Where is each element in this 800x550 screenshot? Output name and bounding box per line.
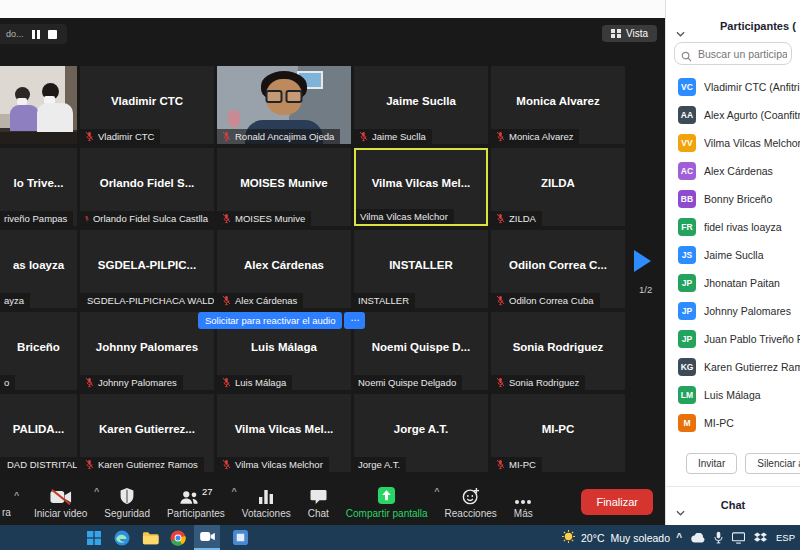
video-tile[interactable]: Karen Gutierrez...Karen Gutierrez Ramos [80, 394, 214, 472]
video-tile[interactable]: Sonia RodriguezSonia Rodriguez [491, 312, 625, 390]
participant-row[interactable]: AAAlex Agurto (Coanfitrión [666, 101, 800, 129]
participant-nameplate: Monica Alvarez [491, 129, 579, 144]
app-icon[interactable] [230, 528, 250, 547]
video-tile[interactable]: Jorge A.T.Jorge A.T. [354, 394, 488, 472]
participant-row[interactable]: VCVladimir CTC (Anfitrión, [666, 73, 800, 101]
pause-recording-icon[interactable] [32, 30, 40, 39]
participant-row[interactable]: JPJuan Pablo Triveño Pam [666, 325, 800, 353]
participant-name-overlay: Johnny Palomares [82, 341, 212, 353]
muted-mic-icon [495, 131, 506, 142]
video-tile[interactable]: Noemi Quispe D...Noemi Quispe Delgado [354, 312, 488, 390]
chevron-up-icon[interactable]: ^ [434, 486, 439, 496]
participant-row[interactable]: LMLuis Málaga [666, 381, 800, 409]
video-tile[interactable]: Vilma Vilcas Mel...Vilma Vilcas Melchor [217, 394, 351, 472]
nameplate-label: Ronald Ancajima Ojeda [235, 131, 334, 142]
toolbar-chat-bubble[interactable]: Chat [308, 486, 329, 519]
display-icon[interactable] [732, 532, 745, 544]
chevron-down-icon[interactable] [676, 23, 685, 41]
participant-name: fidel rivas loayza [704, 221, 782, 233]
participant-name: Jaime Suclla [704, 249, 764, 261]
participant-name-overlay: as loayza [2, 259, 75, 271]
edge-icon[interactable] [112, 528, 132, 547]
video-tile[interactable]: lo Trive...riveño Pampas [0, 148, 77, 226]
audio-button-cutoff[interactable]: ^ ra [2, 507, 11, 518]
onedrive-cloud-icon[interactable] [691, 533, 705, 543]
end-meeting-button[interactable]: Finalizar [581, 489, 653, 515]
participant-nameplate: DAD DISTRITAL... [0, 457, 77, 472]
video-tile[interactable]: Briceñoo [0, 312, 77, 390]
video-tile[interactable]: Jaime SucllaJaime Suclla [354, 66, 488, 144]
toolbar-dots[interactable]: Más [514, 486, 533, 519]
recording-label: do... [6, 29, 24, 39]
chrome-icon[interactable] [168, 528, 188, 547]
toolbar-camera-off[interactable]: Iniciar video^ [34, 486, 87, 519]
video-tile[interactable]: PALIDA...DAD DISTRITAL... [0, 394, 77, 472]
participant-row[interactable]: JSJaime Suclla [666, 241, 800, 269]
video-tile[interactable]: Monica AlvarezMonica Alvarez [491, 66, 625, 144]
nameplate-label: o [4, 377, 9, 388]
file-explorer-icon[interactable] [140, 528, 160, 547]
video-tile[interactable]: INSTALLERINSTALLER [354, 230, 488, 308]
participant-row[interactable]: MMI-PC [666, 409, 800, 437]
weather-widget[interactable]: 20°C Muy soleado [562, 525, 670, 550]
language-indicator[interactable]: ESP [776, 532, 795, 543]
video-tile[interactable]: Johnny PalomaresJohnny Palomares [80, 312, 214, 390]
video-tile[interactable]: Vladimir CTCVladimir CTC [80, 66, 214, 144]
windows-start-icon[interactable] [84, 528, 104, 547]
video-tile[interactable]: Vilma Vilcas Mel...Vilma Vilcas Melchor [354, 148, 488, 226]
participant-row[interactable]: VVVilma Vilcas Melchor [666, 129, 800, 157]
toolbar-people[interactable]: 27Participantes^ [167, 486, 225, 519]
video-tile[interactable]: Odilon Correa C...Odilon Correa Cuba [491, 230, 625, 308]
participant-row[interactable]: FRfidel rivas loayza [666, 213, 800, 241]
video-tile[interactable]: MI-PCMI-PC [491, 394, 625, 472]
chevron-up-icon[interactable]: ^ [232, 486, 237, 496]
participant-nameplate: INSTALLER [354, 293, 415, 308]
video-tile[interactable] [0, 66, 77, 144]
page-indicator: 1/2 [639, 284, 652, 295]
toolbar-bar-chart[interactable]: Votaciones [242, 486, 291, 519]
view-button[interactable]: Vista [602, 25, 657, 42]
participant-name: Juan Pablo Triveño Pam [704, 333, 800, 345]
participant-name-overlay: ZILDA [493, 177, 623, 189]
toolbar-share-screen[interactable]: Compartir pantalla^ [346, 486, 428, 519]
avatar: LM [678, 386, 696, 404]
participant-row[interactable]: JPJhonatan Paitan [666, 269, 800, 297]
mute-all-button[interactable]: Silenciar a todos [745, 453, 800, 474]
muted-mic-icon [84, 459, 95, 470]
muted-mic-icon [221, 377, 232, 388]
video-tile[interactable]: ZILDAZILDA [491, 148, 625, 226]
participant-row[interactable]: BBBonny Briceño [666, 185, 800, 213]
participant-nameplate: Vilma Vilcas Melchor [217, 457, 329, 472]
video-tile[interactable]: Alex CárdenasAlex Cárdenas [217, 230, 351, 308]
chevron-up-icon[interactable]: ^ [94, 486, 99, 496]
video-tile[interactable]: MOISES MuniveMOISES Munive [217, 148, 351, 226]
muted-mic-icon [358, 131, 369, 142]
participant-nameplate: Sonia Rodriguez [491, 375, 585, 390]
toolbar-smiley-plus[interactable]: Reacciones [445, 486, 497, 519]
video-tile[interactable]: Ronald Ancajima Ojeda [217, 66, 351, 144]
participant-nameplate: Odilon Correa Cuba [491, 293, 600, 308]
participant-row[interactable]: KGKaren Gutierrez Ramos [666, 353, 800, 381]
participant-nameplate: Vilma Vilcas Melchor [356, 209, 454, 224]
participant-row[interactable]: JPJohnny Palomares [666, 297, 800, 325]
dropbox-icon[interactable] [754, 532, 767, 544]
avatar: JS [678, 246, 696, 264]
toolbar-shield[interactable]: Seguridad [104, 486, 150, 519]
invite-button[interactable]: Invitar [686, 453, 737, 474]
microphone-icon[interactable] [714, 531, 723, 544]
nameplate-label: Vladimir CTC [98, 131, 154, 142]
next-page-arrow[interactable] [634, 250, 651, 272]
unmute-request-button[interactable]: Solicitar para reactivar el audio [198, 312, 342, 329]
video-tile[interactable]: SGDELA-PILPIC...SGDELA-PILPICHACA WALD..… [80, 230, 214, 308]
nameplate-label: Karen Gutierrez Ramos [98, 459, 198, 470]
video-tile[interactable]: as loayzaayza [0, 230, 77, 308]
zoom-meeting-icon[interactable] [194, 525, 220, 550]
stop-recording-icon[interactable] [48, 30, 57, 39]
participant-nameplate: ZILDA [491, 211, 542, 226]
nameplate-label: SGDELA-PILPICHACA WALD... [87, 295, 214, 306]
video-tile[interactable]: Orlando Fidel S...Orlando Fidel Sulca Ca… [80, 148, 214, 226]
tooltip-more-button[interactable]: ⋯ [344, 312, 365, 329]
participant-row[interactable]: ACAlex Cárdenas [666, 157, 800, 185]
hidden-icons-icon[interactable]: ^ [676, 532, 682, 543]
chevron-up-icon[interactable]: ^ [14, 490, 19, 500]
